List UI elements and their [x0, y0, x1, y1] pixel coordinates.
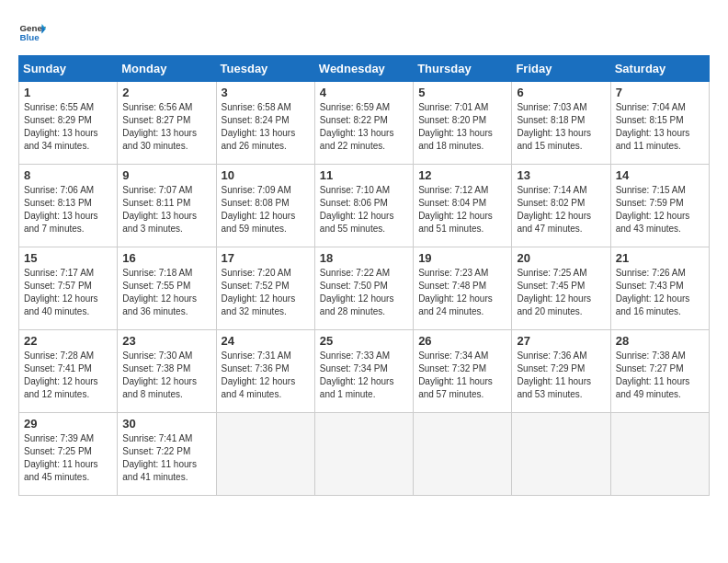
day-cell: [512, 413, 610, 496]
day-cell: 4Sunrise: 6:59 AM Sunset: 8:22 PM Daylig…: [314, 82, 413, 165]
week-row-1: 8Sunrise: 7:06 AM Sunset: 8:13 PM Daylig…: [19, 165, 710, 247]
day-number: 5: [418, 86, 506, 99]
day-cell: 27Sunrise: 7:36 AM Sunset: 7:29 PM Dayli…: [512, 330, 610, 413]
day-number: 7: [616, 86, 704, 99]
day-info: Sunrise: 7:25 AM Sunset: 7:45 PM Dayligh…: [517, 267, 605, 318]
day-info: Sunrise: 7:09 AM Sunset: 8:08 PM Dayligh…: [222, 184, 310, 236]
day-cell: 30Sunrise: 7:41 AM Sunset: 7:22 PM Dayli…: [118, 413, 216, 496]
day-cell: 5Sunrise: 7:01 AM Sunset: 8:20 PM Daylig…: [414, 82, 512, 165]
day-number: 4: [320, 86, 408, 99]
day-cell: 14Sunrise: 7:15 AM Sunset: 7:59 PM Dayli…: [610, 165, 709, 247]
day-number: 22: [24, 334, 112, 348]
week-row-2: 15Sunrise: 7:17 AM Sunset: 7:57 PM Dayli…: [19, 247, 710, 330]
day-info: Sunrise: 7:15 AM Sunset: 7:59 PM Dayligh…: [616, 184, 704, 236]
day-number: 9: [122, 168, 210, 182]
day-info: Sunrise: 7:39 AM Sunset: 7:25 PM Dayligh…: [24, 432, 112, 484]
day-cell: 8Sunrise: 7:06 AM Sunset: 8:13 PM Daylig…: [19, 165, 118, 247]
day-info: Sunrise: 7:14 AM Sunset: 8:02 PM Dayligh…: [517, 184, 605, 236]
day-info: Sunrise: 7:01 AM Sunset: 8:20 PM Dayligh…: [418, 101, 506, 153]
week-row-3: 22Sunrise: 7:28 AM Sunset: 7:41 PM Dayli…: [19, 330, 710, 413]
day-info: Sunrise: 6:56 AM Sunset: 8:27 PM Dayligh…: [122, 101, 210, 153]
day-cell: 22Sunrise: 7:28 AM Sunset: 7:41 PM Dayli…: [19, 330, 118, 413]
day-number: 17: [222, 251, 310, 265]
calendar-header: SundayMondayTuesdayWednesdayThursdayFrid…: [19, 56, 710, 82]
day-number: 1: [24, 86, 112, 99]
header-cell-thursday: Thursday: [414, 56, 512, 82]
day-number: 27: [517, 334, 605, 348]
day-number: 15: [24, 251, 112, 265]
header-cell-tuesday: Tuesday: [216, 56, 314, 82]
day-number: 12: [418, 168, 506, 182]
day-cell: 7Sunrise: 7:04 AM Sunset: 8:15 PM Daylig…: [610, 82, 709, 165]
day-info: Sunrise: 7:41 AM Sunset: 7:22 PM Dayligh…: [122, 432, 210, 484]
day-number: 18: [320, 251, 408, 265]
day-cell: 29Sunrise: 7:39 AM Sunset: 7:25 PM Dayli…: [19, 413, 118, 496]
day-number: 3: [222, 86, 310, 99]
logo-icon: General Blue: [18, 18, 46, 46]
day-cell: 16Sunrise: 7:18 AM Sunset: 7:55 PM Dayli…: [118, 247, 216, 330]
day-number: 8: [24, 168, 112, 182]
day-info: Sunrise: 7:36 AM Sunset: 7:29 PM Dayligh…: [517, 350, 605, 401]
day-info: Sunrise: 7:10 AM Sunset: 8:06 PM Dayligh…: [320, 184, 408, 236]
day-cell: 28Sunrise: 7:38 AM Sunset: 7:27 PM Dayli…: [610, 330, 709, 413]
day-cell: 24Sunrise: 7:31 AM Sunset: 7:36 PM Dayli…: [216, 330, 314, 413]
header-cell-saturday: Saturday: [610, 56, 709, 82]
day-info: Sunrise: 7:23 AM Sunset: 7:48 PM Dayligh…: [418, 267, 506, 318]
header: General Blue: [18, 18, 710, 46]
day-cell: 19Sunrise: 7:23 AM Sunset: 7:48 PM Dayli…: [414, 247, 512, 330]
day-info: Sunrise: 7:22 AM Sunset: 7:50 PM Dayligh…: [320, 267, 408, 318]
day-cell: 6Sunrise: 7:03 AM Sunset: 8:18 PM Daylig…: [512, 82, 610, 165]
day-number: 25: [320, 334, 408, 348]
day-info: Sunrise: 7:17 AM Sunset: 7:57 PM Dayligh…: [24, 267, 112, 318]
day-number: 10: [222, 168, 310, 182]
svg-text:Blue: Blue: [20, 32, 40, 42]
day-cell: 17Sunrise: 7:20 AM Sunset: 7:52 PM Dayli…: [216, 247, 314, 330]
day-info: Sunrise: 7:30 AM Sunset: 7:38 PM Dayligh…: [122, 350, 210, 401]
day-number: 6: [517, 86, 605, 99]
day-number: 20: [517, 251, 605, 265]
day-cell: 9Sunrise: 7:07 AM Sunset: 8:11 PM Daylig…: [118, 165, 216, 247]
header-cell-sunday: Sunday: [19, 56, 118, 82]
day-info: Sunrise: 7:18 AM Sunset: 7:55 PM Dayligh…: [122, 267, 210, 318]
day-info: Sunrise: 7:38 AM Sunset: 7:27 PM Dayligh…: [616, 350, 704, 401]
day-cell: 12Sunrise: 7:12 AM Sunset: 8:04 PM Dayli…: [414, 165, 512, 247]
day-cell: 11Sunrise: 7:10 AM Sunset: 8:06 PM Dayli…: [314, 165, 413, 247]
day-info: Sunrise: 6:55 AM Sunset: 8:29 PM Dayligh…: [24, 101, 112, 153]
day-number: 11: [320, 168, 408, 182]
day-info: Sunrise: 7:31 AM Sunset: 7:36 PM Dayligh…: [222, 350, 310, 401]
day-number: 30: [122, 417, 210, 431]
day-cell: 15Sunrise: 7:17 AM Sunset: 7:57 PM Dayli…: [19, 247, 118, 330]
day-number: 21: [616, 251, 704, 265]
week-row-0: 1Sunrise: 6:55 AM Sunset: 8:29 PM Daylig…: [19, 82, 710, 165]
day-cell: 20Sunrise: 7:25 AM Sunset: 7:45 PM Dayli…: [512, 247, 610, 330]
day-cell: [610, 413, 709, 496]
header-cell-monday: Monday: [118, 56, 216, 82]
calendar-table: SundayMondayTuesdayWednesdayThursdayFrid…: [18, 55, 710, 496]
day-info: Sunrise: 7:28 AM Sunset: 7:41 PM Dayligh…: [24, 350, 112, 401]
day-number: 24: [222, 334, 310, 348]
header-cell-wednesday: Wednesday: [314, 56, 413, 82]
day-info: Sunrise: 7:04 AM Sunset: 8:15 PM Dayligh…: [616, 101, 704, 153]
day-number: 26: [418, 334, 506, 348]
day-info: Sunrise: 7:12 AM Sunset: 8:04 PM Dayligh…: [418, 184, 506, 236]
day-cell: [414, 413, 512, 496]
day-cell: 13Sunrise: 7:14 AM Sunset: 8:02 PM Dayli…: [512, 165, 610, 247]
day-info: Sunrise: 6:59 AM Sunset: 8:22 PM Dayligh…: [320, 101, 408, 153]
day-number: 2: [122, 86, 210, 99]
day-number: 23: [122, 334, 210, 348]
day-cell: 26Sunrise: 7:34 AM Sunset: 7:32 PM Dayli…: [414, 330, 512, 413]
day-number: 29: [24, 417, 112, 431]
day-cell: [314, 413, 413, 496]
day-info: Sunrise: 7:03 AM Sunset: 8:18 PM Dayligh…: [517, 101, 605, 153]
day-number: 16: [122, 251, 210, 265]
day-info: Sunrise: 7:07 AM Sunset: 8:11 PM Dayligh…: [122, 184, 210, 236]
header-cell-friday: Friday: [512, 56, 610, 82]
day-number: 19: [418, 251, 506, 265]
day-cell: 18Sunrise: 7:22 AM Sunset: 7:50 PM Dayli…: [314, 247, 413, 330]
day-info: Sunrise: 6:58 AM Sunset: 8:24 PM Dayligh…: [222, 101, 310, 153]
logo: General Blue: [18, 18, 51, 46]
day-cell: 3Sunrise: 6:58 AM Sunset: 8:24 PM Daylig…: [216, 82, 314, 165]
day-info: Sunrise: 7:33 AM Sunset: 7:34 PM Dayligh…: [320, 350, 408, 401]
day-info: Sunrise: 7:26 AM Sunset: 7:43 PM Dayligh…: [616, 267, 704, 318]
day-info: Sunrise: 7:34 AM Sunset: 7:32 PM Dayligh…: [418, 350, 506, 401]
